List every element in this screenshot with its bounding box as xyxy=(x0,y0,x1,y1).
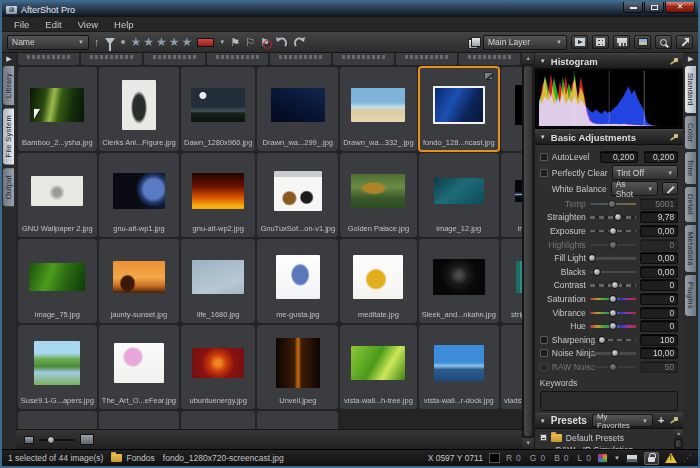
close-button[interactable]: ✕ xyxy=(665,2,695,13)
straighten-slider[interactable] xyxy=(590,213,636,222)
thumbnail-cell[interactable]: Bamboo_2...ysha.jpg xyxy=(18,67,97,151)
menu-help[interactable]: Help xyxy=(106,19,142,30)
slider-handle[interactable] xyxy=(593,268,601,276)
thumbnail-cell[interactable]: vladstudio...0x1024.jpg xyxy=(501,325,522,409)
thumbnail-cell[interactable]: Drawn_wa...332_.jpg xyxy=(340,67,416,151)
raw-noise-checkbox[interactable] xyxy=(540,363,548,371)
tab-file-system[interactable]: File System xyxy=(3,108,14,164)
thumbnail-cell[interactable]: jaunty-sunset.jpg xyxy=(99,239,179,323)
slider-value-field[interactable]: 50 xyxy=(640,361,678,373)
no-rating-icon[interactable] xyxy=(121,40,125,44)
monitor-proof-icon[interactable] xyxy=(626,454,638,463)
thumbnail-cell[interactable]: Unveil.jpeg xyxy=(257,325,338,409)
slider-handle[interactable] xyxy=(614,213,622,221)
scrollbar-thumb[interactable] xyxy=(523,65,533,437)
temp-slider[interactable] xyxy=(590,199,636,208)
exposure-slider[interactable] xyxy=(590,226,636,235)
chevron-down-icon[interactable]: ▼ xyxy=(219,39,225,45)
thumbnail-cell[interactable]: gnu-alt-wp1.jpg xyxy=(99,153,179,237)
flag-reject-icon[interactable]: ⚑ xyxy=(260,37,270,48)
thumbnail-cell[interactable]: GNU Wallpaper 2.jpg xyxy=(18,153,97,237)
thumbnail-cell-partial[interactable] xyxy=(18,53,79,65)
tab-tone[interactable]: Tone xyxy=(685,152,696,183)
slider-value-field[interactable]: 0 xyxy=(640,279,678,291)
basic-adjustments-header[interactable]: ▼ Basic Adjustments xyxy=(535,129,683,145)
thumbnail-cell[interactable]: GnuTuxSof...on-v1.jpg xyxy=(257,153,338,237)
large-thumbnails-icon[interactable] xyxy=(80,434,94,445)
flag-pick-icon[interactable]: ⚐ xyxy=(245,37,255,48)
slider-value-field[interactable]: 5001 xyxy=(640,198,678,210)
tab-metadata[interactable]: Metadata xyxy=(685,225,696,273)
star-icon[interactable]: ★ xyxy=(182,36,193,48)
slider-handle[interactable] xyxy=(608,200,616,208)
menu-view[interactable]: View xyxy=(70,19,106,30)
scroll-up-icon[interactable]: ▲ xyxy=(674,429,683,438)
tab-color[interactable]: Color xyxy=(685,116,696,149)
thumbnail-cell[interactable]: Dawn_1280x960.jpg xyxy=(181,67,255,151)
fill-light-slider[interactable] xyxy=(590,254,636,263)
pin-icon[interactable] xyxy=(669,133,678,142)
autolevel-checkbox[interactable] xyxy=(540,153,548,161)
presets-header[interactable]: ▼ Presets My Favorites ▼ + xyxy=(535,413,683,429)
sort-select[interactable]: Name ▼ xyxy=(7,35,89,50)
star-icon[interactable]: ★ xyxy=(143,36,154,48)
contrast-slider[interactable] xyxy=(590,281,636,290)
collapse-left-panel-icon[interactable]: ▶ xyxy=(6,55,11,63)
slider-value-field[interactable]: 0 xyxy=(640,320,678,332)
thumbnail-cell[interactable]: Sleek_and...nkahn.jpg xyxy=(419,239,499,323)
thumbnail-cell[interactable]: vista-wall...h-tree.jpg xyxy=(340,325,416,409)
resize-grip[interactable]: ⋰ xyxy=(683,453,692,463)
filter-icon[interactable] xyxy=(105,38,115,45)
thumbnail-cell[interactable]: Clerks Ani...Figure.jpg xyxy=(99,67,179,151)
slider-value-field[interactable]: 0,00 xyxy=(640,252,678,264)
thumbnail-cell-partial[interactable] xyxy=(396,53,457,65)
slider-value-field[interactable]: 10,00 xyxy=(640,347,678,359)
thumbnail-cell[interactable] xyxy=(18,411,97,429)
rotate-right-icon[interactable] xyxy=(293,37,306,48)
thumbnail-cell[interactable] xyxy=(257,411,338,429)
presets-scrollbar[interactable]: ▲ xyxy=(674,429,683,449)
thumbnail-view-button[interactable] xyxy=(592,35,609,49)
slider-handle[interactable] xyxy=(611,349,619,357)
small-thumbnails-icon[interactable] xyxy=(24,436,34,444)
collapse-triangle-icon[interactable]: ▼ xyxy=(540,418,546,424)
white-balance-select[interactable]: As Shot ▼ xyxy=(611,181,659,196)
slider-handle[interactable] xyxy=(609,309,617,317)
star-icon[interactable]: ★ xyxy=(131,36,142,48)
thumbnail-cell[interactable]: The_Art_O...eFear.jpg xyxy=(99,325,179,409)
presets-filter-select[interactable]: My Favorites ▼ xyxy=(592,414,653,427)
thumbnail-cell[interactable]: image_138.jpg xyxy=(501,153,522,237)
slider-handle[interactable] xyxy=(609,295,617,303)
keywords-input[interactable] xyxy=(540,391,678,411)
thumbnail-cell-partial[interactable] xyxy=(207,53,268,65)
layers-icon[interactable] xyxy=(468,37,479,47)
scroll-down-icon[interactable]: ▼ xyxy=(522,438,534,449)
blacks-slider[interactable] xyxy=(590,267,636,276)
thumbnail-cell[interactable]: Suse9.1-G...apers.jpg xyxy=(18,325,97,409)
thumbnail-cell[interactable]: ubuntuenergy.jpg xyxy=(181,325,255,409)
slider-value-field[interactable]: 0 xyxy=(640,293,678,305)
thumbnail-cell[interactable]: meditate.jpg xyxy=(340,239,416,323)
slider-handle[interactable] xyxy=(609,227,617,235)
thumbnail-cell[interactable]: fsfgnu.jpg xyxy=(501,67,522,151)
thumbnail-cell[interactable]: image_12.jpg xyxy=(419,153,499,237)
slider-handle[interactable] xyxy=(588,254,596,262)
color-profile-icon[interactable] xyxy=(597,453,608,463)
highlights-slider[interactable] xyxy=(590,240,636,249)
slider-value-field[interactable]: 100 xyxy=(640,334,678,346)
tab-plugins[interactable]: Plugins xyxy=(685,275,696,316)
slider-handle[interactable] xyxy=(598,336,606,344)
layer-select[interactable]: Main Layer ▼ xyxy=(483,35,567,50)
thumbnail-cell[interactable]: life_1680.jpg xyxy=(181,239,255,323)
pin-icon[interactable] xyxy=(669,416,678,425)
thumbnail-cell-partial[interactable] xyxy=(144,53,205,65)
sort-ascending-icon[interactable]: ↑ xyxy=(94,37,100,48)
slider-value-field[interactable]: 0,00 xyxy=(640,266,678,278)
color-label-swatch[interactable] xyxy=(197,38,214,47)
collapse-triangle-icon[interactable]: ▼ xyxy=(540,134,546,140)
thumbnail-cell[interactable]: Drawn_wa...299_.jpg xyxy=(257,67,338,151)
chevron-down-icon[interactable]: ▼ xyxy=(614,455,620,461)
collapse-expander-icon[interactable] xyxy=(540,434,547,441)
slider-value-field[interactable]: 0 xyxy=(640,239,678,251)
lock-button[interactable] xyxy=(644,452,659,465)
